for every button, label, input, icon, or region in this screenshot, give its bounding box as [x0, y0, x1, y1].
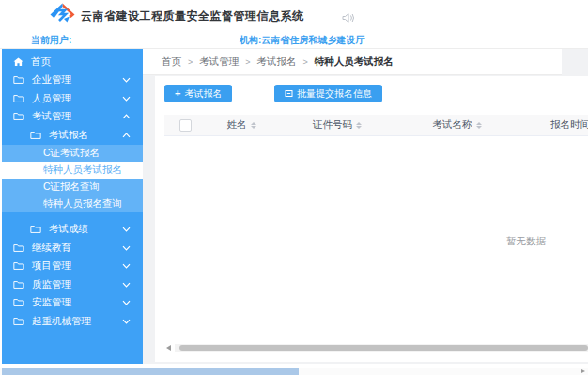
home-icon	[13, 57, 23, 67]
select-all-checkbox[interactable]	[179, 119, 192, 132]
empty-state-text: 暂无数据	[164, 136, 588, 347]
speaker-icon[interactable]	[342, 10, 355, 27]
folder-icon	[13, 112, 24, 121]
breadcrumb-item: 特种人员考试报名	[315, 55, 394, 67]
folder-icon	[13, 94, 24, 103]
exam-register-button-label: 考试报名	[184, 87, 222, 101]
folder-icon	[30, 131, 41, 140]
table-column-header[interactable]: 考试名称	[398, 118, 516, 132]
table-header-checkbox-cell	[164, 119, 207, 132]
sort-carets-icon	[251, 122, 256, 129]
chevron-down-icon	[122, 282, 131, 288]
folder-icon	[13, 261, 24, 271]
column-header-label: 证件号码	[313, 118, 352, 132]
app-title: 云南省建设工程质量安全监督管理信息系统	[81, 8, 304, 24]
top-header: 云南省建设工程质量安全监督管理信息系统	[0, 0, 588, 30]
table-column-header[interactable]: 证件号码	[276, 118, 398, 132]
chevron-down-icon	[122, 319, 131, 324]
toolbar: + 考试报名 批量提交报名信息	[155, 76, 588, 109]
breadcrumb-separator: >	[188, 57, 193, 67]
chevron-down-icon	[122, 245, 131, 251]
sidebar-item-label: 安监管理	[32, 296, 71, 309]
current-user-label: 当前用户:	[31, 34, 71, 47]
sidebar-item-label: 质监管理	[32, 278, 71, 291]
chevron-down-icon	[122, 227, 131, 232]
chevron-down-icon	[122, 263, 131, 269]
sidebar-item-exam-mgmt[interactable]: 考试管理	[2, 108, 143, 127]
sidebar-item-label: 项目管理	[32, 259, 71, 273]
body: 首页企业管理人员管理考试管理考试报名C证考试报名特种人员考试报名C证报名查询特种…	[0, 49, 588, 364]
table-header-row: 姓名证件号码考试名称报名时间	[164, 115, 588, 136]
app-logo-icon	[50, 3, 75, 31]
batch-submit-icon	[285, 89, 293, 98]
table-column-header: 报名时间	[516, 118, 588, 132]
scroll-right-arrow-icon[interactable]	[581, 369, 585, 373]
sidebar-item-personnel-mgmt[interactable]: 人员管理	[2, 89, 143, 108]
sidebar-item-enterprise-mgmt[interactable]: 企业管理	[2, 71, 143, 90]
sidebar-item-label: 首页	[31, 55, 51, 69]
breadcrumb-separator: >	[303, 57, 308, 67]
breadcrumb-item[interactable]: 首页	[162, 55, 181, 67]
sidebar-item-label: 起重机械管理	[32, 315, 91, 328]
column-header-label: 报名时间	[550, 118, 588, 132]
chevron-up-icon	[122, 114, 131, 119]
sidebar-item-home[interactable]: 首页	[2, 53, 143, 71]
main-content: 首页>考试管理>考试报名>特种人员考试报名 + 考试报名	[143, 49, 588, 364]
breadcrumb-item[interactable]: 考试报名	[257, 55, 297, 67]
sidebar-item-label: C证考试报名	[43, 147, 100, 160]
sidebar-item-label: 继续教育	[32, 242, 71, 255]
data-table: 姓名证件号码考试名称报名时间 暂无数据	[164, 115, 588, 347]
sidebar-item-project-mgmt[interactable]: 项目管理	[2, 258, 143, 276]
page-scrollbar-thumb[interactable]	[2, 368, 299, 375]
content-card: + 考试报名 批量提交报名信息 姓名证件号码考试	[155, 76, 588, 362]
sidebar-item-exam-registration[interactable]: 考试报名	[2, 126, 143, 145]
app-window: 云南省建设工程质量安全监督管理信息系统 当前用户: 机构:云南省住房和城乡建设厅…	[0, 0, 588, 376]
sidebar-item-quality-supervision-mgmt[interactable]: 质监管理	[2, 275, 143, 294]
exam-register-button[interactable]: + 考试报名	[164, 85, 232, 102]
sidebar-item-c-cert-exam-registration[interactable]: C证考试报名	[2, 145, 143, 162]
sidebar-menu: 首页企业管理人员管理考试管理考试报名C证考试报名特种人员考试报名C证报名查询特种…	[2, 49, 143, 364]
sidebar-item-exam-results[interactable]: 考试成绩	[2, 221, 143, 240]
sort-carets-icon	[356, 122, 362, 129]
plus-icon: +	[175, 88, 180, 99]
sidebar-item-label: C证报名查询	[43, 180, 100, 194]
batch-submit-button-label: 批量提交报名信息	[297, 87, 372, 101]
breadcrumb-separator: >	[245, 57, 250, 67]
chevron-down-icon	[122, 300, 131, 306]
folder-icon	[13, 280, 24, 290]
folder-icon	[13, 317, 24, 326]
folder-icon	[13, 243, 24, 253]
organization-label: 机构:云南省住房和城乡建设厅	[240, 34, 364, 47]
breadcrumb: 首页>考试管理>考试报名>特种人员考试报名	[143, 49, 562, 75]
folder-icon	[30, 225, 41, 234]
column-header-label: 姓名	[227, 118, 247, 132]
sidebar-item-label: 特种人员考试报名	[43, 164, 122, 177]
folder-icon	[13, 75, 24, 85]
sort-carets-icon	[476, 122, 482, 129]
sidebar-item-label: 考试报名	[49, 129, 88, 142]
table-scrollbar-thumb[interactable]	[179, 345, 588, 351]
table-horizontal-scrollbar	[166, 344, 588, 352]
chevron-down-icon	[122, 96, 131, 102]
sidebar-item-crane-machinery-mgmt[interactable]: 起重机械管理	[2, 312, 143, 331]
batch-submit-button[interactable]: 批量提交报名信息	[274, 85, 382, 102]
sidebar-item-safety-supervision-mgmt[interactable]: 安监管理	[2, 294, 143, 313]
sidebar-item-c-cert-registration-query[interactable]: C证报名查询	[2, 179, 143, 196]
sidebar-item-label: 考试管理	[32, 110, 71, 123]
breadcrumb-item[interactable]: 考试管理	[199, 55, 239, 67]
column-header-label: 考试名称	[433, 118, 472, 132]
chevron-down-icon	[122, 77, 131, 83]
sidebar-item-label: 人员管理	[32, 92, 71, 105]
sidebar-item-continuing-education[interactable]: 继续教育	[2, 239, 143, 258]
chevron-up-icon	[122, 133, 131, 138]
table-column-header[interactable]: 姓名	[207, 118, 276, 132]
sidebar-item-special-personnel-registration-query[interactable]: 特种人员报名查询	[2, 196, 143, 212]
sidebar-item-label: 企业管理	[32, 73, 71, 86]
user-info-bar: 当前用户: 机构:云南省住房和城乡建设厅	[0, 30, 588, 49]
page-horizontal-scrollbar	[0, 368, 588, 375]
folder-icon	[13, 298, 24, 307]
sidebar-item-special-personnel-exam-registration[interactable]: 特种人员考试报名	[2, 162, 143, 179]
scroll-left-arrow-icon[interactable]	[166, 345, 171, 351]
sidebar-item-label: 考试成绩	[49, 223, 88, 236]
sidebar-item-label: 特种人员报名查询	[43, 197, 122, 211]
